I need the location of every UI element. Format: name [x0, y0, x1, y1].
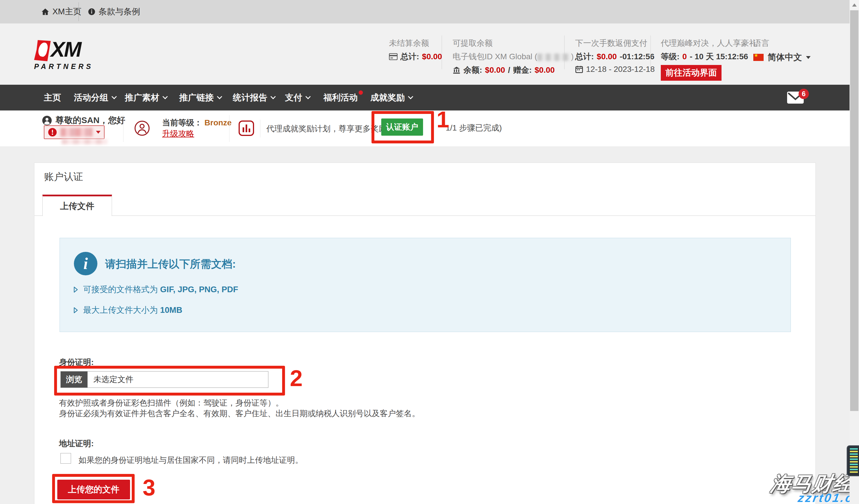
xm-home-link[interactable]: XM主页: [41, 0, 81, 23]
bank-icon: [453, 66, 461, 74]
bonus-label: 赠金:: [513, 65, 532, 76]
chevron-down-icon: [111, 94, 117, 99]
tab-divider-line: [34, 216, 815, 216]
header-divider: [564, 35, 564, 69]
address-proof-checkbox[interactable]: [60, 453, 71, 463]
unsettled-balance-section: 未结算余额 总计: $0.00: [389, 38, 442, 62]
address-proof-checkbox-label: 如果您的身份证明地址与居住国家不同，请同时上传地址证明。: [78, 455, 303, 466]
max-size-value: 10MB: [160, 305, 182, 315]
logo-brand: XM: [51, 40, 81, 59]
nav-activity-groups[interactable]: 活动分组: [74, 85, 116, 110]
unsettled-total-label: 总计:: [401, 51, 419, 62]
upload-instructions-box: i 请扫描并上传以下所需文档: 可接受的文件格式为 GIF, JPG, PNG,…: [60, 238, 791, 332]
level-suffix: - 10 天 15:12:56: [690, 51, 748, 62]
contest-label: 代理巅峰对决，人人享豪礼: [661, 38, 757, 49]
annotation-number-1: 1: [437, 108, 449, 131]
annotation-number-3: 3: [142, 476, 155, 499]
annotation-box-3: [52, 474, 135, 503]
page-title: 账户认证: [44, 170, 83, 184]
user-greeting: 尊敬的SAN，您好: [42, 114, 125, 126]
chevron-down-icon: [96, 131, 101, 133]
terms-link[interactable]: 条款与条例: [88, 0, 140, 23]
warning-icon: [48, 127, 57, 137]
china-flag-icon: [753, 54, 764, 61]
unsettled-total-value: $0.00: [422, 52, 442, 61]
arrow-up-icon: [852, 3, 857, 6]
language-section: 语言 简体中文: [753, 38, 811, 63]
userbar-divider: [229, 115, 229, 142]
notification-dot: [359, 91, 363, 95]
accepted-formats-bullet: 可接受的文件格式为 GIF, JPG, PNG, PDF: [73, 284, 238, 295]
chevron-down-icon: [305, 94, 311, 99]
annotation-box-2: [54, 366, 285, 395]
nav-promo-links[interactable]: 推广链接: [179, 85, 222, 110]
wallet-id-blur: [537, 53, 571, 61]
info-icon: [88, 8, 96, 16]
xm-partners-logo[interactable]: XM PARTNERS: [34, 40, 93, 71]
address-proof-label: 地址证明:: [59, 438, 94, 449]
steps-completed-text: 1/1 步骤已完成): [446, 123, 502, 133]
scroll-up-button[interactable]: [849, 0, 859, 10]
language-selected: 简体中文: [768, 51, 802, 63]
xm-home-label: XM主页: [52, 6, 81, 17]
nav-benefits[interactable]: 福利活动: [323, 85, 358, 110]
withdrawable-balance-section: 可提取余额 电子钱包ID XM Global () 余额: $0.00 / 赠金…: [453, 38, 574, 76]
logo-subtitle: PARTNERS: [34, 62, 93, 71]
withdrawable-label: 可提取余额: [453, 38, 574, 49]
card-icon: [389, 53, 397, 60]
header-divider: [442, 35, 442, 69]
triangle-bullet-icon: [73, 307, 78, 314]
equalizer-icon: [850, 448, 858, 473]
account-number-blur: [60, 128, 92, 137]
bar-chart-icon: [238, 120, 254, 137]
level-person-icon: [134, 120, 150, 137]
bull-logo-icon: [34, 40, 51, 61]
tab-upload-files[interactable]: 上传文件: [42, 194, 112, 216]
nav-achievement-rewards[interactable]: 成就奖励: [370, 85, 412, 110]
nav-promo-materials[interactable]: 推广素材: [125, 85, 167, 110]
header-divider: [650, 35, 651, 69]
instructions-heading: 请扫描并上传以下所需文档:: [105, 257, 236, 271]
next-total-value: $0.00: [597, 52, 617, 61]
home-icon: [41, 7, 49, 16]
upgrade-guide-link[interactable]: 升级攻略: [162, 128, 194, 139]
chevron-down-icon: [408, 94, 413, 99]
topbar-divider: [78, 2, 79, 21]
payout-countdown: -01:12:56: [620, 52, 654, 61]
level-label: 等级:: [661, 51, 679, 62]
greeting-text: 尊敬的SAN，您好: [56, 114, 125, 126]
account-dropdown[interactable]: [44, 125, 105, 139]
userbar-divider: [260, 120, 260, 137]
next-payout-label: 下一次手数返佣支付: [575, 38, 655, 49]
unsettled-label: 未结算余额: [389, 38, 442, 49]
info-circle-icon: i: [74, 252, 97, 275]
chevron-down-icon: [806, 56, 811, 59]
main-nav: 主页 活动分组 推广素材 推广链接 统计报告 支付 福利活动 成就奖励 6: [0, 85, 859, 110]
browser-extension-widget[interactable]: [847, 445, 859, 476]
userbar-divider: [123, 115, 123, 142]
next-payout-section: 下一次手数返佣支付 总计: $0.00 -01:12:56 12-18 - 20…: [575, 38, 655, 74]
bonus-value: $0.00: [535, 65, 555, 75]
nav-payments[interactable]: 支付: [285, 85, 310, 110]
chevron-down-icon: [217, 94, 222, 99]
go-to-activity-button[interactable]: 前往活动界面: [661, 65, 722, 81]
scrollbar-thumb[interactable]: [850, 10, 858, 411]
identity-helper-text: 有效护照或者身份证彩色扫描件（例如：驾驶证，身份证等）。 身份证必须为有效证件并…: [59, 397, 420, 419]
inbox-button[interactable]: 6: [787, 85, 804, 110]
nav-statistics-reports[interactable]: 统计报告: [233, 85, 275, 110]
balance-label: 余额:: [464, 65, 482, 76]
nav-home[interactable]: 主页: [44, 85, 61, 110]
level-badge: Bronze: [205, 118, 232, 127]
terms-label: 条款与条例: [99, 6, 140, 17]
balance-separator: /: [508, 65, 510, 75]
account-verification-card: 账户认证 上传文件 i 请扫描并上传以下所需文档: 可接受的文件格式为 GIF,…: [34, 162, 816, 504]
annotation-number-2: 2: [290, 367, 303, 390]
scrollbar[interactable]: [849, 0, 859, 504]
wallet-id-text: 电子钱包ID XM Global (: [453, 52, 537, 61]
level-value: 0: [682, 52, 687, 61]
header: XM PARTNERS 未结算余额 总计: $0.00 可提取余额 电子钱包ID…: [0, 23, 859, 85]
triangle-bullet-icon: [73, 286, 78, 293]
verify-account-button[interactable]: 认证账户: [381, 119, 423, 136]
language-selector[interactable]: 简体中文: [753, 51, 811, 63]
chevron-down-icon: [270, 94, 275, 99]
